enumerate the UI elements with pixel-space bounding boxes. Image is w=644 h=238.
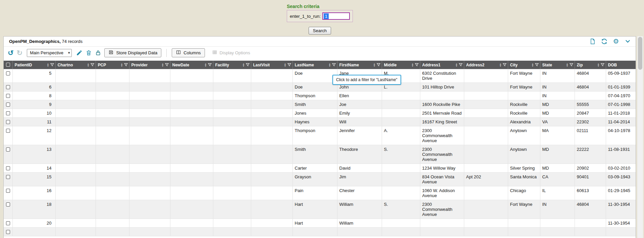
filter-icon[interactable] <box>246 63 250 67</box>
cell-zip: 02111 <box>575 126 606 145</box>
sort-icon[interactable]: ▲▼ <box>243 63 245 67</box>
trash-icon[interactable] <box>86 50 92 56</box>
filter-icon[interactable] <box>601 63 604 67</box>
column-header-zip[interactable]: Zip▲▼ <box>575 61 606 69</box>
column-header-address2[interactable]: Address2▲▼ <box>464 61 508 69</box>
column-header-chartno[interactable]: Chartno▲▼ <box>55 61 96 69</box>
panel-header-icons: ⚙ <box>589 38 631 45</box>
row-checkbox[interactable] <box>6 94 10 98</box>
filter-icon[interactable] <box>287 63 291 67</box>
column-label: PCP <box>98 63 106 67</box>
cell-facility <box>213 109 251 118</box>
cell-first-name <box>337 228 382 236</box>
column-header-new-date[interactable]: NewDate▲▼ <box>170 61 213 69</box>
cell-provider <box>129 109 170 118</box>
row-checkbox[interactable] <box>6 129 10 133</box>
row-checkbox[interactable] <box>6 71 10 75</box>
filter-icon[interactable] <box>503 63 506 67</box>
column-header-provider[interactable]: Provider▲▼ <box>129 61 170 69</box>
document-icon[interactable] <box>589 38 596 45</box>
filter-icon[interactable] <box>570 63 573 67</box>
lock-icon[interactable] <box>95 50 101 56</box>
sort-icon[interactable]: ▲▼ <box>532 63 534 67</box>
cell-last-visit <box>251 219 292 228</box>
cell-new-date <box>170 228 213 236</box>
filter-icon[interactable] <box>377 63 380 67</box>
filter-icon[interactable] <box>332 63 336 67</box>
grid-header-row: PatientID▲▼Chartno▲▼PCP▲▼Provider▲▼NewDa… <box>4 61 636 69</box>
row-checkbox[interactable] <box>6 221 10 225</box>
column-header-city[interactable]: City▲▼ <box>508 61 540 69</box>
sort-icon[interactable]: ▲▼ <box>121 63 123 67</box>
enter-1-to-run-input[interactable]: 1 <box>322 12 350 20</box>
sort-icon[interactable]: ▲▼ <box>47 63 49 67</box>
filter-icon[interactable] <box>91 63 94 67</box>
sort-icon[interactable]: ▲▼ <box>373 63 376 67</box>
filter-icon[interactable] <box>208 63 212 67</box>
column-header-middle[interactable]: Middle▲▼ <box>382 61 420 69</box>
sort-icon[interactable]: ▲▼ <box>412 63 414 67</box>
redo-icon[interactable]: ↻ <box>17 49 23 56</box>
search-button[interactable]: Search <box>309 27 331 35</box>
sort-icon[interactable]: ▲▼ <box>597 63 600 67</box>
column-header-facility[interactable]: Facility▲▼ <box>213 61 251 69</box>
column-header-address1[interactable]: Address1▲▼ <box>420 61 464 69</box>
edit-pencil-icon[interactable] <box>76 50 83 56</box>
store-displayed-data-button[interactable]: Store Displayed Data <box>104 48 161 57</box>
column-header-dob[interactable]: DOB▲▼ <box>606 61 636 69</box>
undo-icon[interactable]: ↺ <box>8 49 14 56</box>
column-header-last-visit[interactable]: LastVisit▲▼ <box>251 61 292 69</box>
row-checkbox[interactable] <box>6 230 10 234</box>
sort-icon[interactable]: ▲▼ <box>87 63 90 67</box>
collapse-chevron-icon[interactable] <box>625 38 631 45</box>
row-checkbox[interactable] <box>6 111 10 115</box>
vertical-scrollbar[interactable] <box>637 36 643 238</box>
filter-icon[interactable] <box>459 63 463 67</box>
filter-icon[interactable] <box>535 63 539 67</box>
cell-state: IN <box>540 92 575 100</box>
sort-icon[interactable]: ▲▼ <box>162 63 164 67</box>
save-disk-icon <box>108 50 114 56</box>
cell-dob: 03-09-1943 <box>606 173 636 186</box>
row-checkbox[interactable] <box>6 175 10 179</box>
refresh-icon[interactable] <box>601 38 607 45</box>
filter-icon[interactable] <box>165 63 169 67</box>
row-checkbox[interactable] <box>6 85 10 89</box>
row-checkbox[interactable] <box>6 147 10 152</box>
scrollbar-thumb[interactable] <box>638 37 642 70</box>
row-checkbox[interactable] <box>6 202 10 206</box>
row-checkbox[interactable] <box>6 103 10 107</box>
cell-city: Rockville <box>508 109 540 118</box>
perspective-select[interactable]: Main Perspective ▾ <box>27 49 72 57</box>
row-select-cell <box>4 186 12 200</box>
column-header-first-name[interactable]: FirstName▲▼ <box>337 61 382 69</box>
sort-icon[interactable]: ▲▼ <box>205 63 207 67</box>
row-checkbox[interactable] <box>6 120 10 124</box>
cell-zip: 46804 <box>575 83 606 92</box>
cell-facility <box>213 145 251 164</box>
filter-icon[interactable] <box>50 63 54 67</box>
cell-zip: 46804 <box>575 69 606 83</box>
sort-icon[interactable]: ▲▼ <box>499 63 502 67</box>
cell-facility <box>213 100 251 109</box>
cell-first-name: William <box>337 219 382 228</box>
sort-icon[interactable]: ▲▼ <box>455 63 458 67</box>
column-header-last-name[interactable]: LastName▲▼ <box>292 61 337 69</box>
table-row <box>4 228 636 236</box>
cell-last-visit <box>251 100 292 109</box>
sort-icon[interactable]: ▲▼ <box>329 63 331 67</box>
row-checkbox[interactable] <box>6 189 10 193</box>
filter-icon[interactable] <box>124 63 128 67</box>
column-header-pcp[interactable]: PCP▲▼ <box>96 61 129 69</box>
select-all-header[interactable] <box>4 61 12 69</box>
column-header-state[interactable]: State▲▼ <box>540 61 575 69</box>
row-checkbox[interactable] <box>6 166 10 170</box>
sort-icon[interactable]: ▲▼ <box>566 63 569 67</box>
select-all-checkbox[interactable] <box>6 63 10 67</box>
filter-icon[interactable] <box>415 63 419 67</box>
demographics-table: PatientID▲▼Chartno▲▼PCP▲▼Provider▲▼NewDa… <box>4 61 636 236</box>
gear-icon[interactable]: ⚙ <box>613 38 619 45</box>
column-header-patient-id[interactable]: PatientID▲▼ <box>12 61 55 69</box>
columns-button[interactable]: Columns <box>172 48 205 57</box>
sort-icon[interactable]: ▲▼ <box>284 63 286 67</box>
